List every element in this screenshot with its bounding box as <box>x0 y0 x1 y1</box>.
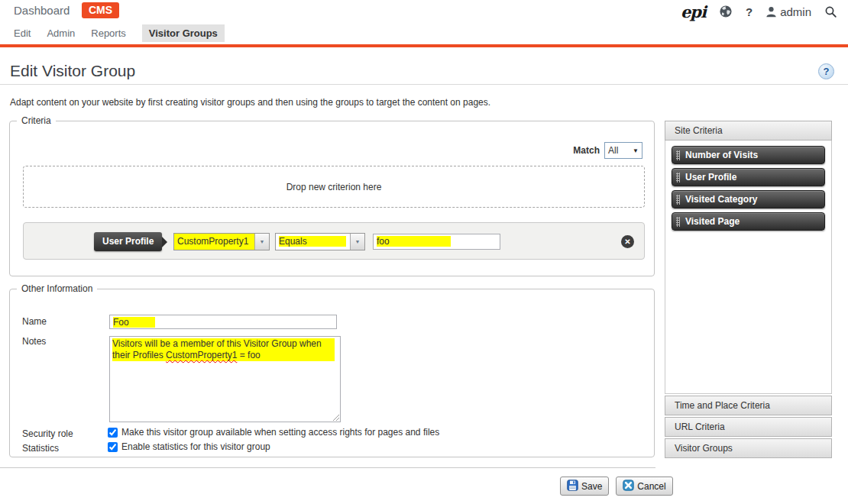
cancel-button[interactable]: Cancel <box>616 477 672 496</box>
security-role-label: Security role <box>22 428 73 439</box>
top-bar: Dashboard CMS epi ? ad <box>0 0 848 23</box>
page-title: Edit Visitor Group <box>10 62 135 80</box>
operator-select[interactable]: Equals ▼ <box>275 233 365 250</box>
accent-divider <box>0 44 848 47</box>
notes-textarea[interactable]: Visitors will be a member of this Visito… <box>109 336 341 422</box>
name-input[interactable]: Foo <box>109 315 337 329</box>
name-label: Name <box>22 316 47 327</box>
actions-divider <box>0 467 655 468</box>
drag-handle-icon <box>676 173 680 183</box>
drag-item-label: Visited Page <box>685 216 740 227</box>
nav-item-visitor-groups[interactable]: Visitor Groups <box>142 24 225 42</box>
criterion-row: User Profile CustomProperty1 ▼ Equals ▼ … <box>23 222 645 260</box>
notes-label: Notes <box>22 336 46 347</box>
property-select-value: CustomProperty1 <box>174 234 254 250</box>
globe-icon[interactable] <box>719 5 733 18</box>
notes-highlighted-text: Visitors will be a member of this Visito… <box>112 338 335 361</box>
other-information-legend: Other Information <box>17 283 97 294</box>
cancel-icon <box>623 480 634 493</box>
draggable-visited-category[interactable]: Visited Category <box>672 190 825 208</box>
nav-item-admin[interactable]: Admin <box>47 27 75 39</box>
cms-tab[interactable]: CMS <box>82 2 119 18</box>
accordion-time-and-place-criteria[interactable]: Time and Place Criteria <box>665 396 832 415</box>
operator-select-value: Equals <box>279 236 346 247</box>
save-icon <box>567 480 578 493</box>
notes-line-2: their Profiles CustomProperty1 = foo <box>112 350 335 361</box>
epi-logo: epi <box>681 2 706 21</box>
statistics-row: Enable statistics for this visitor group <box>108 441 270 452</box>
drag-handle-icon <box>676 217 680 227</box>
security-role-text: Make this visitor group available when s… <box>121 427 439 438</box>
nav-item-reports[interactable]: Reports <box>91 27 126 39</box>
textarea-resize-handle[interactable] <box>332 413 339 421</box>
collapsed-panels: Time and Place Criteria URL Criteria Vis… <box>665 396 832 458</box>
accordion-site-criteria[interactable]: Site Criteria <box>665 121 832 141</box>
accordion-url-criteria[interactable]: URL Criteria <box>665 417 832 437</box>
name-value: Foo <box>113 317 155 328</box>
security-role-checkbox[interactable] <box>108 428 118 438</box>
help-link[interactable]: ? <box>746 5 753 18</box>
context-help-icon[interactable]: ? <box>818 63 834 79</box>
drag-item-label: User Profile <box>685 172 736 183</box>
top-right-cluster: epi ? admin <box>681 1 837 22</box>
action-buttons: Save Cancel <box>560 477 673 496</box>
other-information-fieldset: Other Information Name Foo Notes Visitor… <box>9 283 655 457</box>
title-divider <box>0 84 848 85</box>
cancel-button-label: Cancel <box>637 481 665 492</box>
statistics-label: Statistics <box>22 443 59 454</box>
misspelled-word: CustomProperty1 <box>166 350 237 360</box>
drag-item-label: Visited Category <box>685 194 757 205</box>
accordion-visitor-groups[interactable]: Visitor Groups <box>665 438 832 458</box>
criteria-fieldset: Criteria Match All ▼ Drop new criterion … <box>9 115 655 276</box>
drag-handle-icon <box>676 150 680 160</box>
draggable-user-profile[interactable]: User Profile <box>672 168 825 186</box>
drag-item-label: Number of Visits <box>685 150 758 160</box>
user-menu[interactable]: admin <box>765 5 811 18</box>
dashboard-link[interactable]: Dashboard <box>14 4 70 17</box>
chevron-down-icon: ▼ <box>350 234 364 250</box>
username-label: admin <box>780 5 811 18</box>
chevron-down-icon: ▼ <box>254 234 269 250</box>
edit-visitor-group-page: Dashboard CMS epi ? ad <box>0 0 848 504</box>
statistics-checkbox[interactable] <box>108 442 118 452</box>
criterion-type-tag[interactable]: User Profile <box>94 232 162 251</box>
save-button-label: Save <box>581 481 602 492</box>
match-select[interactable]: All ▼ <box>604 142 642 159</box>
save-button[interactable]: Save <box>560 477 609 496</box>
remove-criterion-icon[interactable]: ✕ <box>621 235 634 248</box>
criteria-sidebar: Site Criteria Number of Visits User Prof… <box>665 121 832 458</box>
notes-line-1: Visitors will be a member of this Visito… <box>112 338 335 350</box>
security-role-row: Make this visitor group available when s… <box>108 427 439 438</box>
user-icon <box>765 6 777 18</box>
chevron-down-icon: ▼ <box>633 147 639 154</box>
match-row: Match All ▼ <box>573 142 642 159</box>
search-icon[interactable] <box>824 5 837 18</box>
match-select-value: All <box>608 145 618 156</box>
drag-handle-icon <box>676 195 680 205</box>
page-description: Adapt content on your website by first c… <box>10 97 490 108</box>
draggable-visited-page[interactable]: Visited Page <box>672 212 825 231</box>
match-label: Match <box>573 145 600 156</box>
draggable-number-of-visits[interactable]: Number of Visits <box>672 146 825 164</box>
criterion-dropzone[interactable]: Drop new criterion here <box>23 166 645 208</box>
cms-nav: Edit Admin Reports Visitor Groups <box>14 24 225 42</box>
property-select[interactable]: CustomProperty1 ▼ <box>173 233 270 250</box>
nav-item-edit[interactable]: Edit <box>14 27 31 39</box>
site-criteria-panel: Number of Visits User Profile Visited Ca… <box>665 141 832 394</box>
criteria-legend: Criteria <box>17 115 56 126</box>
statistics-text: Enable statistics for this visitor group <box>121 441 270 452</box>
criterion-value-text: foo <box>377 236 451 247</box>
criterion-value-input[interactable]: foo <box>373 234 500 250</box>
dropzone-text: Drop new criterion here <box>286 182 382 192</box>
